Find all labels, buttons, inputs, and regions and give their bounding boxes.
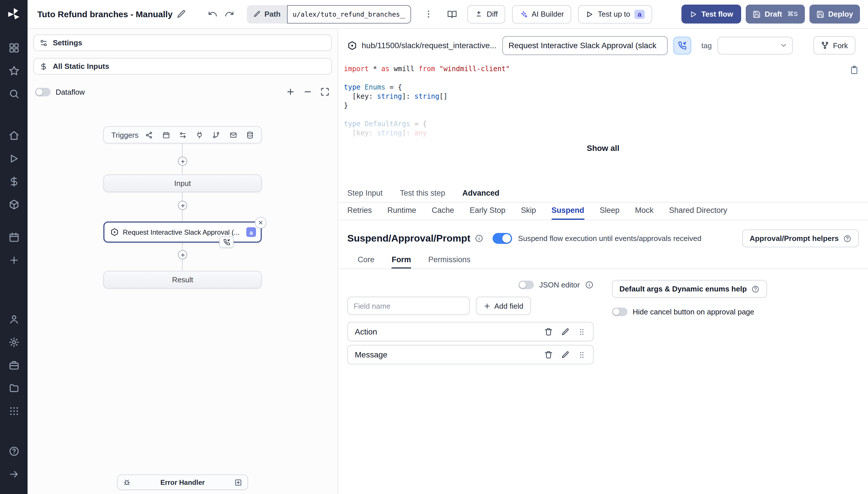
sidebar-item-workers[interactable] — [5, 356, 22, 374]
sidebar-item-help[interactable] — [5, 442, 22, 460]
form-fields-column: JSON editor Add field Action Message — [347, 278, 594, 368]
draft-button[interactable]: Draft⌘S — [746, 5, 805, 23]
tab-retries[interactable]: Retries — [347, 206, 372, 220]
edit-field-button[interactable] — [561, 327, 570, 336]
bug-icon — [123, 478, 131, 486]
suspend-indicator-badge[interactable] — [219, 236, 234, 248]
info-icon[interactable] — [585, 280, 594, 289]
sidebar-item-variables[interactable] — [5, 173, 22, 190]
add-field-button[interactable]: Add field — [476, 297, 531, 315]
ai-builder-label: AI Builder — [532, 10, 564, 18]
form-field-row[interactable]: Message — [347, 345, 594, 364]
grip-vertical-icon — [577, 327, 586, 336]
flow-canvas[interactable]: Triggers Input Request Interactive Slack… — [27, 29, 337, 494]
search-icon — [8, 88, 19, 99]
step-summary-input[interactable] — [502, 36, 668, 55]
suspend-enable-toggle[interactable] — [493, 233, 512, 244]
sidebar-item-folders[interactable] — [5, 379, 22, 397]
undo-icon — [207, 9, 217, 19]
step-id-badge: a — [246, 227, 256, 237]
tab-suspend[interactable]: Suspend — [551, 206, 584, 220]
remove-step-button[interactable] — [255, 217, 266, 228]
code-editor[interactable]: import * as wmill from "windmill-client"… — [338, 60, 868, 187]
path-input[interactable] — [287, 5, 411, 23]
sidebar-item-settings[interactable] — [5, 334, 22, 350]
triggers-node[interactable]: Triggers — [103, 126, 262, 144]
ai-builder-button[interactable]: AI Builder — [512, 5, 572, 23]
show-all-button[interactable]: Show all — [587, 144, 620, 153]
diff-button[interactable]: Diff — [467, 5, 505, 23]
redo-button[interactable] — [221, 6, 237, 22]
tab-sleep[interactable]: Sleep — [599, 206, 620, 220]
hide-cancel-row: Hide cancel button on approval page — [612, 307, 767, 316]
grip-vertical-icon — [577, 350, 586, 359]
add-node-button[interactable] — [178, 157, 187, 166]
sidebar-item-search[interactable] — [5, 85, 22, 102]
deploy-button[interactable]: Deploy — [809, 5, 860, 23]
tag-select[interactable] — [718, 36, 793, 54]
tab-step-input[interactable]: Step Input — [347, 189, 383, 202]
test-up-to-button[interactable]: Test up toa — [578, 5, 652, 23]
sidebar-expand-button[interactable] — [5, 465, 22, 482]
path-chip[interactable]: Path — [246, 5, 287, 23]
tab-advanced[interactable]: Advanced — [462, 189, 499, 202]
suspend-title: Suspend/Approval/Prompt — [347, 233, 470, 244]
undo-button[interactable] — [204, 6, 221, 22]
tab-shared-directory[interactable]: Shared Directory — [669, 206, 727, 220]
delete-field-button[interactable] — [544, 350, 553, 359]
tab-core[interactable]: Core — [358, 255, 374, 268]
input-node[interactable]: Input — [103, 174, 262, 192]
sidebar-item-home[interactable] — [5, 127, 22, 144]
default-args-help-button[interactable]: Default args & Dynamic enums help — [612, 280, 767, 298]
tab-permissions[interactable]: Permissions — [428, 255, 470, 268]
tab-mock[interactable]: Mock — [635, 206, 653, 220]
sidebar-item-resources[interactable] — [5, 196, 22, 213]
step-node-selected[interactable]: Request Interactive Slack Approval (... … — [103, 222, 262, 243]
edit-title-button[interactable] — [172, 6, 189, 22]
hub-path-link[interactable]: hub/11500/slack/request_interactive... — [347, 40, 497, 50]
sidebar-item-groups[interactable] — [5, 402, 22, 419]
sidebar-item-users[interactable] — [5, 310, 22, 328]
trigger-icons — [145, 131, 254, 138]
edit-field-button[interactable] — [561, 350, 570, 359]
tab-skip[interactable]: Skip — [521, 206, 536, 220]
add-node-button[interactable] — [178, 250, 187, 259]
drag-field-handle[interactable] — [577, 350, 586, 359]
helpers-label: Approval/Prompt helpers — [750, 234, 839, 243]
sidebar-item-schedules[interactable] — [5, 228, 22, 246]
hide-cancel-label: Hide cancel button on approval page — [633, 307, 754, 316]
tag-label: tag — [702, 41, 712, 50]
hide-cancel-toggle[interactable] — [612, 307, 627, 316]
sidebar-item-create[interactable] — [5, 251, 22, 268]
result-node[interactable]: Result — [103, 271, 262, 289]
fork-button[interactable]: Fork — [813, 36, 855, 55]
docs-button[interactable] — [444, 6, 460, 22]
error-handler-node[interactable]: Error Handler — [117, 475, 248, 490]
more-menu-button[interactable] — [420, 6, 437, 22]
approval-prompt-helpers-button[interactable]: Approval/Prompt helpers — [742, 229, 859, 247]
sidebar-item-runs[interactable] — [5, 150, 22, 167]
suspend-toggle-button[interactable] — [673, 36, 691, 54]
json-editor-toggle[interactable] — [518, 280, 534, 289]
form-field-row[interactable]: Action — [347, 322, 594, 341]
windmill-logo[interactable] — [6, 7, 21, 22]
test-flow-button[interactable]: Test flow — [681, 5, 741, 23]
add-node-button[interactable] — [178, 201, 187, 210]
drag-field-handle[interactable] — [577, 327, 586, 336]
tab-cache[interactable]: Cache — [432, 206, 454, 220]
sparkles-icon — [519, 10, 528, 18]
tab-early-stop[interactable]: Early Stop — [469, 206, 505, 220]
form-tab-content: JSON editor Add field Action Message — [338, 269, 868, 377]
delete-field-button[interactable] — [544, 327, 553, 336]
email-trigger-icon — [229, 131, 237, 138]
field-name-input[interactable] — [347, 297, 469, 315]
tab-test-this-step[interactable]: Test this step — [400, 189, 445, 202]
copy-code-button[interactable] — [850, 65, 859, 75]
add-error-handler-button[interactable] — [234, 478, 242, 486]
add-field-row: Add field — [347, 297, 594, 315]
tab-runtime[interactable]: Runtime — [388, 206, 417, 220]
info-icon[interactable] — [475, 234, 484, 243]
sidebar-item-favorites[interactable] — [5, 62, 22, 79]
sidebar-item-apps[interactable] — [5, 39, 22, 56]
tab-form[interactable]: Form — [392, 255, 411, 268]
